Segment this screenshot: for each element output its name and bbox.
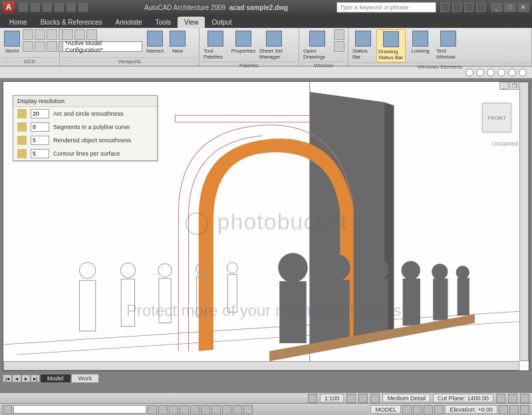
status-icon[interactable]	[358, 394, 368, 403]
cleanscreen-icon[interactable]	[520, 405, 529, 414]
status-icon[interactable]	[509, 405, 519, 414]
ucs-world-button[interactable]: World	[3, 29, 21, 55]
viewcube[interactable]: FRONT	[482, 103, 511, 132]
work-tab[interactable]: Work	[71, 374, 100, 383]
horizontal-scrollbar[interactable]	[3, 361, 519, 370]
tab-home[interactable]: Home	[3, 17, 34, 28]
tab-output[interactable]: Output	[205, 17, 238, 28]
contour-lines-input[interactable]	[31, 149, 49, 158]
status-icon[interactable]	[370, 394, 380, 403]
annotation-icon[interactable]	[308, 394, 317, 403]
viewports-named-button[interactable]: Named	[144, 29, 166, 55]
minimize-button[interactable]: _	[491, 3, 503, 12]
tab-blocks[interactable]: Blocks & References	[34, 17, 109, 28]
ucs-icon[interactable]	[35, 29, 45, 40]
cutplane-field[interactable]: Cut Plane: 1400.00	[433, 394, 493, 402]
status-icon[interactable]	[346, 394, 356, 403]
svg-point-8	[120, 263, 135, 277]
help-search-input[interactable]: Type a keyword or phrase	[336, 2, 436, 13]
viewport-config-dropdown[interactable]: *Active Model Configuration*	[63, 41, 142, 52]
status-icon[interactable]	[424, 405, 433, 414]
rendered-smoothness-input[interactable]	[31, 136, 49, 145]
elevation-field[interactable]: Elevation: +0.00	[445, 405, 497, 414]
grid-icon[interactable]	[158, 405, 168, 414]
command-line-icon[interactable]	[3, 405, 12, 414]
window-controls: _ □ ✕	[491, 3, 529, 12]
ortho-icon[interactable]	[169, 405, 178, 414]
panel-header: Display resolution	[13, 96, 157, 107]
nav-icon[interactable]	[466, 69, 473, 76]
window-icon[interactable]	[334, 41, 344, 52]
dyn-icon[interactable]	[222, 405, 231, 414]
ucs-icon[interactable]	[47, 41, 57, 52]
help-icon[interactable]	[476, 3, 485, 12]
viewports-new-button[interactable]: New	[168, 29, 188, 55]
nav-icon[interactable]	[519, 69, 527, 76]
osnap-icon[interactable]	[190, 405, 200, 414]
qp-icon[interactable]	[243, 405, 253, 414]
status-icon[interactable]	[499, 405, 508, 414]
text-window-button[interactable]: Text Window	[435, 29, 462, 61]
ucs-icon[interactable]	[23, 41, 33, 52]
lwt-icon[interactable]	[233, 405, 242, 414]
ucs-icon[interactable]	[23, 29, 33, 40]
polyline-segments-input[interactable]	[31, 122, 49, 132]
tab-prev-icon[interactable]: ◂	[12, 374, 21, 382]
status-icon[interactable]	[413, 405, 422, 414]
tab-tools[interactable]: Tools	[149, 17, 178, 28]
ucs-icon[interactable]	[35, 41, 45, 52]
qat-print-icon[interactable]	[78, 3, 88, 12]
arc-smoothness-input[interactable]	[31, 109, 49, 118]
title-bar: A AutoCAD Architecture 2009 acad sample2…	[0, 0, 532, 15]
qat-new-icon[interactable]	[19, 3, 28, 12]
search-icon[interactable]	[440, 3, 450, 12]
open-drawings-button[interactable]: Open Drawings	[302, 29, 332, 61]
model-tab[interactable]: Model	[40, 374, 71, 383]
viewport-icon[interactable]	[74, 29, 85, 40]
comm-center-icon[interactable]	[452, 3, 462, 12]
nav-icon[interactable]	[476, 69, 484, 76]
close-button[interactable]: ✕	[517, 3, 529, 12]
favorites-icon[interactable]	[464, 3, 473, 12]
qat-save-icon[interactable]	[43, 3, 52, 12]
snap-icon[interactable]	[148, 405, 157, 414]
ucs-icon[interactable]	[47, 29, 57, 40]
tab-last-icon[interactable]: ▸|	[31, 374, 40, 382]
svg-point-14	[227, 262, 237, 273]
ducs-icon[interactable]	[211, 405, 221, 414]
qat-redo-icon[interactable]	[66, 3, 76, 12]
tab-next-icon[interactable]: ▸	[21, 374, 31, 382]
model-viewport[interactable]: _ ❐ ✕	[3, 81, 529, 371]
tab-view[interactable]: View	[178, 17, 205, 28]
nav-icon[interactable]	[487, 69, 495, 76]
sheetset-button[interactable]: Sheet Set Manager	[258, 29, 290, 61]
model-space-toggle[interactable]: MODEL	[370, 405, 401, 414]
scale-dropdown[interactable]: 1:100	[320, 394, 344, 402]
nav-icon[interactable]	[508, 69, 516, 76]
viewport-icon[interactable]	[63, 29, 73, 40]
polar-icon[interactable]	[180, 405, 189, 414]
viewport-icon[interactable]	[86, 29, 97, 40]
panel-label: Palettes	[202, 61, 296, 69]
status-icon[interactable]	[508, 394, 517, 403]
statusbar-button[interactable]: Status Bar	[351, 29, 375, 61]
status-icon[interactable]	[402, 405, 412, 414]
command-input[interactable]	[13, 405, 146, 414]
status-icon[interactable]	[496, 394, 505, 403]
tool-palettes-button[interactable]: Tool Palettes	[202, 29, 229, 61]
detail-dropdown[interactable]: Medium Detail	[382, 394, 430, 402]
locking-button[interactable]: Locking	[407, 29, 434, 55]
app-menu-button[interactable]: A	[3, 1, 15, 13]
properties-button[interactable]: Properties	[230, 29, 257, 55]
maximize-button[interactable]: □	[504, 3, 516, 12]
tab-first-icon[interactable]: |◂	[3, 374, 12, 382]
tab-annotate[interactable]: Annotate	[109, 17, 149, 28]
status-icon[interactable]	[434, 405, 444, 414]
window-icon[interactable]	[334, 29, 344, 40]
drawing-statusbar-button[interactable]: Drawing Status Bar	[376, 29, 406, 63]
qat-undo-icon[interactable]	[55, 3, 64, 12]
otrack-icon[interactable]	[201, 405, 210, 414]
nav-icon[interactable]	[497, 69, 505, 76]
status-icon[interactable]	[520, 394, 529, 403]
qat-open-icon[interactable]	[31, 3, 40, 12]
